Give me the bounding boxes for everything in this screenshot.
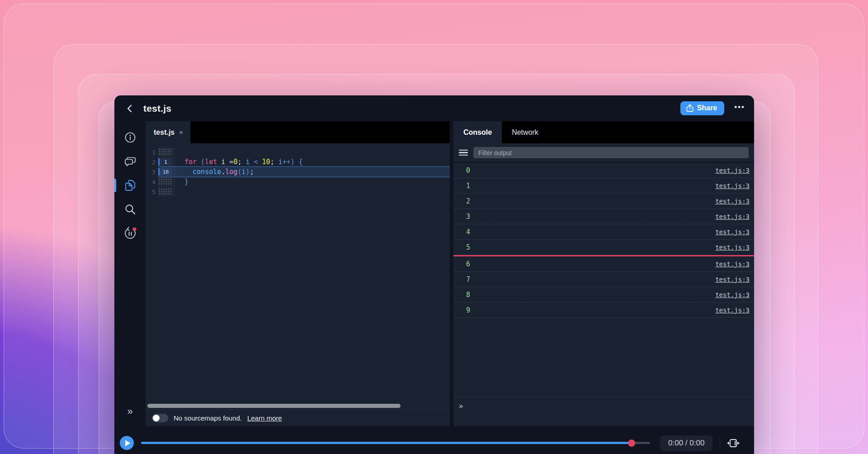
toggle-knob [153,415,160,421]
console-value: 0 [466,166,470,175]
console-value: 6 [466,260,470,268]
code-token: } [184,178,189,186]
console-row[interactable]: 1test.js:3 [453,178,754,194]
comments-icon [123,155,137,168]
filter-output-input[interactable] [473,147,749,158]
play-button[interactable] [120,436,134,450]
page-title: test.js [143,103,171,114]
source-location-link[interactable]: test.js:3 [715,167,750,174]
console-menu-icon[interactable] [459,150,468,156]
replay-events-icon [123,226,137,241]
code-token: i [245,158,250,166]
console-row[interactable]: 4test.js:3 [453,224,754,240]
console-row[interactable]: 6test.js:3 [453,256,754,272]
code-token: ; [250,168,254,176]
back-button[interactable] [123,102,136,115]
console-prompt-icon: » [459,402,463,410]
console-row[interactable]: 0test.js:3 [453,163,754,178]
console-row[interactable]: 3test.js:3 [453,209,754,224]
sidebar-item-replay-events[interactable] [114,226,146,241]
code-token: console [193,168,221,176]
hit-count-badge[interactable]: 10 [158,168,172,175]
info-icon [124,131,137,144]
source-location-link[interactable]: test.js:3 [715,291,750,298]
console-tab-console[interactable]: Console [453,121,502,143]
code-token: ) [245,168,250,176]
code-line: 21for (let i =0; i < 10; i++) { [146,157,450,167]
gutter-cell[interactable]: 10 [158,167,175,177]
editor-horizontal-scrollbar[interactable] [147,404,401,408]
code-token: i = [217,158,233,166]
viewport-toggle-button[interactable] [726,438,740,448]
console-value: 7 [466,275,470,284]
line-number: 5 [146,189,158,195]
code-token: for [184,158,197,166]
code-token: i [278,158,283,166]
code-token: . [221,168,225,176]
source-location-link[interactable]: test.js:3 [715,260,750,268]
line-number: 4 [146,179,158,185]
editor-panel: test.js × 121for (let i =0; i < 10; i++)… [146,121,450,426]
timeline-track[interactable] [141,442,650,444]
gutter-cell[interactable] [158,177,175,187]
editor-tab-strip: test.js × [146,121,450,143]
share-button-label: Share [697,104,717,112]
source-location-link[interactable]: test.js:3 [715,228,750,236]
sidebar-item-info[interactable] [114,130,146,145]
breakpoint-placeholder[interactable] [158,188,172,195]
top-bar: test.js Share ••• [114,95,754,121]
console-filter-row [453,143,754,162]
code-token: ++ [283,158,291,166]
editor-tab-label: test.js [154,128,175,137]
share-button[interactable]: Share [680,101,724,115]
timeline-progress-fill [141,442,632,444]
sidebar-item-search[interactable] [114,202,146,217]
console-row[interactable]: 9test.js:3 [453,303,754,318]
code-token: let [205,158,217,166]
source-location-link[interactable]: test.js:3 [715,198,750,205]
console-row[interactable]: 8test.js:3 [453,287,754,303]
sidebar-item-documents[interactable] [114,178,146,193]
code-token: < [250,158,262,166]
viewport-icon [726,438,740,448]
tab-close-icon[interactable]: × [179,128,183,136]
gutter-cell[interactable] [158,187,175,197]
console-value: 9 [466,306,470,314]
source-location-link[interactable]: test.js:3 [715,213,750,220]
hit-count-badge[interactable]: 1 [158,158,172,166]
console-tab-network[interactable]: Network [502,121,548,143]
source-location-link[interactable]: test.js:3 [715,182,750,189]
console-input-row[interactable]: » [453,397,754,426]
code-line: 5 [146,187,450,197]
editor-tab-testjs[interactable]: test.js × [146,121,190,143]
code-token: ; [270,158,278,166]
sidebar-expand-button[interactable]: » [114,406,146,417]
console-row[interactable]: 5test.js:3 [453,240,754,255]
search-icon [124,203,137,216]
console-row[interactable]: 7test.js:3 [453,272,754,287]
code-line: 1 [146,147,450,157]
sourcemaps-status-text: No sourcemaps found. [174,414,242,422]
sidebar-item-comments[interactable] [114,154,146,169]
code-area: 121for (let i =0; i < 10; i++) {310 cons… [146,143,450,197]
line-number: 1 [146,149,158,156]
code-line: 4} [146,177,450,187]
code-line: 310 console.log(i); [146,167,450,177]
console-row[interactable]: 2test.js:3 [453,194,754,209]
gutter-cell[interactable] [158,147,175,157]
source-location-link[interactable]: test.js:3 [715,276,750,283]
timeline-handle[interactable] [628,440,635,447]
learn-more-link[interactable]: Learn more [247,414,282,422]
sourcemaps-toggle[interactable] [152,414,168,422]
time-display: 0:00 / 0:00 [660,435,712,451]
gutter-cell[interactable]: 1 [158,157,175,167]
player-bar: 0:00 / 0:00 [114,432,754,454]
breakpoint-placeholder[interactable] [158,178,172,185]
play-icon [125,440,130,446]
more-options-button[interactable]: ••• [734,103,745,114]
active-indicator-bar [114,179,116,192]
source-location-link[interactable]: test.js:3 [715,244,750,251]
source-location-link[interactable]: test.js:3 [715,307,750,314]
breakpoint-placeholder[interactable] [158,148,172,156]
console-value: 1 [466,182,470,190]
